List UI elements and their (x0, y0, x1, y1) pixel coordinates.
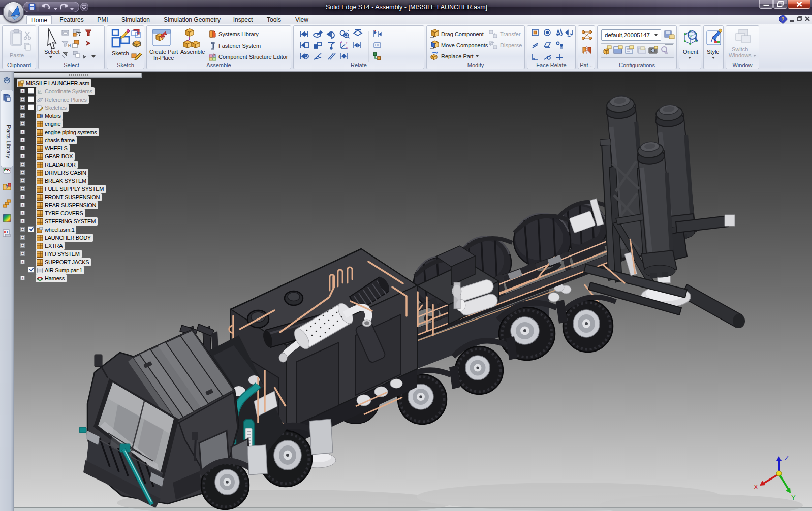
svg-text:Y: Y (791, 494, 796, 501)
svg-text:Z: Z (785, 454, 789, 462)
svg-text:X: X (754, 483, 758, 491)
